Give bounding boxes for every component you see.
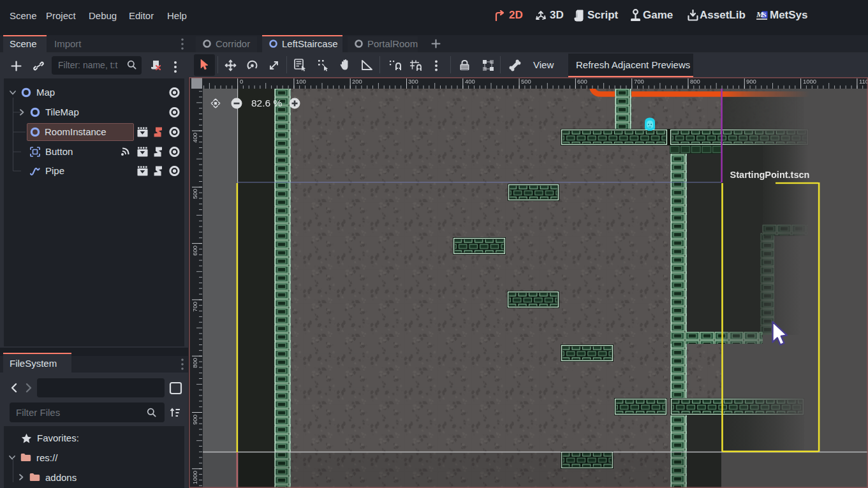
svg-text:700: 700 bbox=[191, 302, 198, 312]
svg-text:StartingPoint.tscn: StartingPoint.tscn bbox=[730, 170, 810, 180]
svg-text:700: 700 bbox=[634, 78, 644, 85]
svg-text:500: 500 bbox=[521, 78, 531, 85]
svg-text:900: 900 bbox=[191, 415, 198, 425]
svg-text:200: 200 bbox=[352, 78, 362, 85]
svg-text:800: 800 bbox=[191, 358, 198, 368]
svg-text:800: 800 bbox=[690, 78, 700, 85]
svg-text:S: S bbox=[763, 11, 767, 18]
svg-text:400: 400 bbox=[465, 78, 475, 85]
svg-text:1000: 1000 bbox=[191, 471, 198, 484]
svg-text:1100: 1100 bbox=[859, 78, 868, 85]
svg-text:1000: 1000 bbox=[803, 78, 816, 85]
svg-text:600: 600 bbox=[191, 246, 198, 256]
svg-text:900: 900 bbox=[746, 78, 756, 85]
svg-text:500: 500 bbox=[191, 189, 198, 199]
svg-text:400: 400 bbox=[191, 133, 198, 143]
svg-text:82.6 %: 82.6 % bbox=[251, 98, 282, 108]
svg-text:100: 100 bbox=[296, 78, 306, 85]
svg-text:600: 600 bbox=[577, 78, 587, 85]
svg-text:0: 0 bbox=[240, 78, 243, 85]
svg-text:300: 300 bbox=[408, 78, 418, 85]
